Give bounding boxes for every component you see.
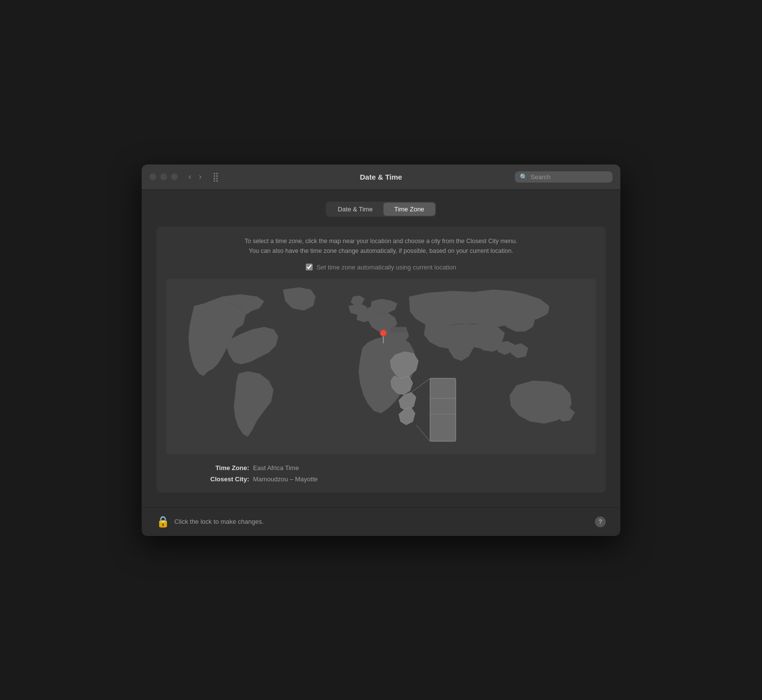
description-line1: To select a time zone, click the map nea… <box>166 236 596 246</box>
time-zone-panel: To select a time zone, click the map nea… <box>156 226 606 493</box>
timezone-label: Time Zone: <box>186 464 249 472</box>
search-input[interactable] <box>530 173 608 181</box>
timezone-info: Time Zone: East Africa Time Closest City… <box>166 464 596 483</box>
main-content: Date & Time Time Zone To select a time z… <box>142 190 620 507</box>
timezone-row: Time Zone: East Africa Time <box>186 464 576 472</box>
description: To select a time zone, click the map nea… <box>166 236 596 256</box>
grid-icon[interactable]: ⣿ <box>212 171 219 182</box>
closest-city-label: Closest City: <box>186 475 249 483</box>
timezone-value: East Africa Time <box>253 464 299 472</box>
maximize-button[interactable] <box>171 173 178 180</box>
nav-buttons: ‹ › <box>186 171 205 182</box>
footer: 🔒 Click the lock to make changes. ? <box>142 507 620 536</box>
traffic-lights <box>149 173 178 180</box>
closest-city-row: Closest City: Mamoudzou – Mayotte <box>186 475 576 483</box>
system-preferences-window: ‹ › ⣿ Date & Time 🔍 Date & Time Time Zon… <box>142 165 620 536</box>
search-icon: 🔍 <box>520 173 528 181</box>
minimize-button[interactable] <box>160 173 167 180</box>
window-title: Date & Time <box>360 173 402 181</box>
closest-city-value: Mamoudzou – Mayotte <box>253 475 318 483</box>
lock-text: Click the lock to make changes. <box>174 518 264 525</box>
search-bar[interactable]: 🔍 <box>515 171 613 183</box>
tab-container: Date & Time Time Zone <box>326 202 436 217</box>
lock-icon[interactable]: 🔒 <box>156 515 169 528</box>
tab-bar: Date & Time Time Zone <box>156 202 606 217</box>
svg-point-6 <box>380 329 386 336</box>
forward-button[interactable]: › <box>196 171 204 182</box>
svg-rect-8 <box>390 327 406 332</box>
titlebar: ‹ › ⣿ Date & Time 🔍 <box>142 165 620 190</box>
tab-date-time[interactable]: Date & Time <box>327 203 383 216</box>
svg-rect-3 <box>430 378 456 441</box>
world-map-container[interactable] <box>166 279 596 454</box>
auto-timezone-label: Set time zone automatically using curren… <box>317 264 456 271</box>
auto-timezone-checkbox[interactable] <box>306 264 313 270</box>
tab-time-zone[interactable]: Time Zone <box>383 203 435 216</box>
auto-timezone-row: Set time zone automatically using curren… <box>166 264 596 271</box>
back-button[interactable]: ‹ <box>186 171 194 182</box>
description-line2: You can also have the time zone change a… <box>166 246 596 256</box>
close-button[interactable] <box>149 173 156 180</box>
help-button[interactable]: ? <box>595 516 606 527</box>
